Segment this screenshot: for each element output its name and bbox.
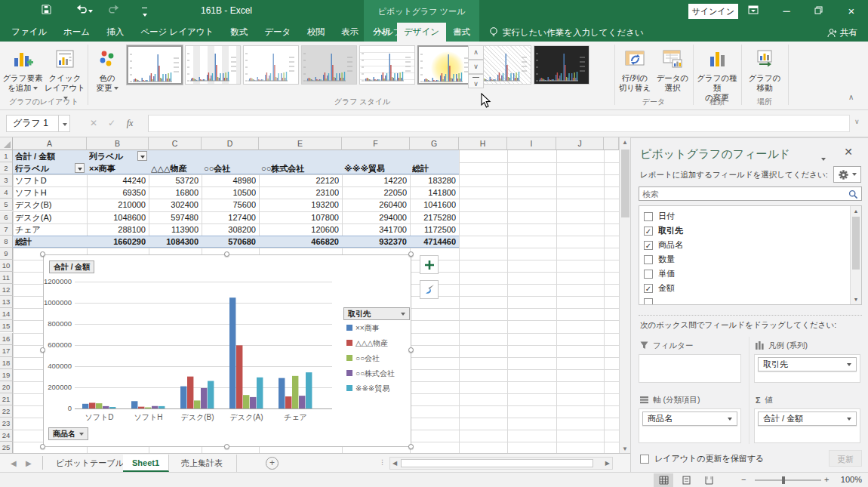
column-header-G[interactable]: G [410,137,459,150]
horizontal-scroll-thumb[interactable] [401,459,593,467]
row-header-24[interactable]: 24 [0,430,13,442]
column-header-partial[interactable] [604,137,619,150]
menu-tab-2[interactable]: 挿入 [98,23,132,42]
chart-elements-button[interactable] [420,255,439,274]
field-item-商品名[interactable]: ✓商品名 [644,238,683,252]
field-item-金額[interactable]: ✓金額 [644,281,675,295]
bar-△△△物産[interactable] [187,377,193,408]
field-checkbox[interactable]: ✓ [644,284,653,293]
field-checkbox[interactable] [644,212,653,221]
row-header-16[interactable]: 16 [0,333,13,345]
tools-button[interactable] [833,166,861,183]
chart-styles-button[interactable] [420,280,439,299]
chart-resize-handle[interactable] [408,444,414,449]
menu-tab-5[interactable]: データ [256,23,299,42]
row-header-10[interactable]: 10 [0,260,13,272]
column-header-J[interactable]: J [556,137,604,150]
restore-button[interactable] [803,0,833,23]
row-header-11[interactable]: 11 [0,272,13,284]
row-header-15[interactable]: 15 [0,320,13,332]
column-header-I[interactable]: I [507,137,556,150]
field-scroll-thumb[interactable] [852,217,860,270]
chart-resize-handle[interactable] [224,444,229,449]
tab-splitter-grip[interactable]: ⋮ [379,458,386,466]
row-header-6[interactable]: 6 [0,211,13,223]
row-header-9[interactable]: 9 [0,248,13,260]
update-button[interactable]: 更新 [829,450,862,467]
row-header-17[interactable]: 17 [0,345,13,357]
bar-○○会社[interactable] [292,376,298,408]
field-item-取引先[interactable]: ✓取引先 [644,223,683,238]
field-pill-商品名[interactable]: 商品名 [642,411,737,426]
row-header-19[interactable]: 19 [0,369,13,381]
pane-close-icon[interactable]: ✕ [841,146,856,158]
bar-○○株式会社[interactable] [103,406,109,408]
minimize-button[interactable]: ─ [771,0,802,23]
chart-value-field-button[interactable]: 合計 / 金額 [49,260,94,273]
save-icon[interactable] [40,5,52,17]
row-header-22[interactable]: 22 [0,405,13,418]
bar-△△△物産[interactable] [138,407,144,408]
zoom-in-button[interactable]: + [824,475,829,484]
menu-tab-7[interactable]: 表示 [333,23,367,42]
worksheet[interactable]: ABCDEFGHIJ123456789101112131415161718192… [0,137,630,455]
gallery-scroll-down-button[interactable]: ∨ [468,60,484,74]
field-checkbox[interactable]: ✓ [644,227,653,236]
chart-resize-handle[interactable] [40,251,45,257]
bar-※※※貿易[interactable] [208,381,214,408]
prev-sheet-icon[interactable]: ◀ [11,459,17,467]
chart-resize-handle[interactable] [408,347,414,353]
bar-○○株式会社[interactable] [299,396,305,408]
row-header-21[interactable]: 21 [0,393,13,405]
sheet-tab-ピボットテーブル[interactable]: ピボットテーブル [47,455,134,472]
chart-legend-field-button[interactable]: 取引先 [343,307,410,320]
zoom-out-button[interactable]: − [741,475,746,484]
row-header-14[interactable]: 14 [0,308,13,320]
search-input[interactable] [642,188,846,199]
new-sheet-button[interactable]: + [266,457,279,470]
pivot-chart[interactable]: 020000040000060000080000010000001200000ソ… [43,254,411,447]
bar-○○会社[interactable] [243,395,249,408]
scroll-up-icon[interactable]: ▲ [851,206,861,216]
row-header-3[interactable]: 3 [0,174,13,186]
chart-style-thumbnail-7[interactable] [476,45,531,85]
row-header-12[interactable]: 12 [0,284,13,296]
menu-tab-contextual[interactable]: 書式 [446,23,477,42]
page-layout-view-button[interactable] [676,473,696,487]
chart-resize-handle[interactable] [224,251,229,257]
bar-※※※貿易[interactable] [159,406,165,408]
row-header-4[interactable]: 4 [0,186,13,199]
menu-tab-3[interactable]: ページ レイアウト [132,23,222,42]
bar-××商事[interactable] [180,387,186,408]
search-icon[interactable] [848,190,858,199]
field-checkbox[interactable]: ✓ [644,241,653,250]
bar-○○株式会社[interactable] [201,388,207,408]
area-box-values[interactable]: 合計 / 金額 [754,408,860,443]
row-header-18[interactable]: 18 [0,357,13,369]
vertical-scrollbar[interactable]: ▲ ▼ [619,137,630,455]
field-checkbox[interactable] [644,255,653,264]
chart-style-thumbnail-2[interactable] [185,45,241,85]
bar-※※※貿易[interactable] [257,378,263,408]
field-pill-取引先[interactable]: 取引先 [758,357,857,371]
field-item-数量[interactable]: 数量 [644,252,675,267]
row-header-7[interactable]: 7 [0,223,13,236]
vertical-scroll-thumb[interactable] [621,149,629,217]
row-header-1[interactable]: 1 [0,150,13,162]
scroll-down-icon[interactable]: ▼ [851,294,861,304]
defer-layout-update[interactable]: レイアウトの更新を保留する [640,453,764,464]
zoom-slider[interactable] [755,479,821,481]
column-header-H[interactable]: H [459,137,507,150]
row-header-8[interactable]: 8 [0,236,13,248]
gallery-scroll-up-button[interactable]: ∧ [468,45,484,60]
bar-××商事[interactable] [229,297,235,408]
column-header-E[interactable]: E [259,137,342,150]
change-colors-button[interactable]: 色の変更 [90,44,125,107]
menu-tab-4[interactable]: 数式 [222,23,256,42]
field-item-日付[interactable]: 日付 [644,209,675,223]
normal-view-button[interactable] [654,473,673,487]
row-header-5[interactable]: 5 [0,199,13,211]
sign-in-button[interactable]: サインイン [688,4,738,19]
column-header-B[interactable]: B [87,137,149,150]
formula-bar-expand-icon[interactable]: ∨ [854,118,860,125]
